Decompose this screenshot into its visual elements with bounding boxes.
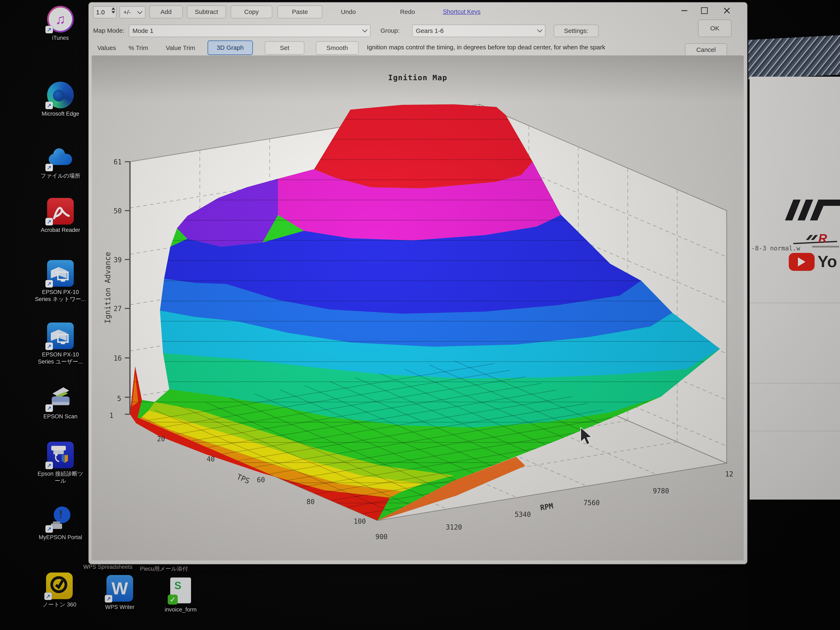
redo-button[interactable]: Redo [395,5,420,18]
svg-text:50: 50 [114,207,122,215]
svg-text:12: 12 [725,470,733,478]
svg-text:39: 39 [114,256,122,264]
cancel-button[interactable]: Cancel [685,43,727,56]
desktop-icon-epson-scan[interactable]: ↗ EPSON Scan [35,384,87,420]
desktop-icon-invoice-form[interactable]: S✓ invoice_form [155,578,207,613]
youtube-icon [789,253,815,271]
rpm-axis-title: RPM [540,502,554,512]
tab-value-trim[interactable]: Value Trim [159,41,201,55]
icon-label: WPS Writer [94,604,146,611]
step-value-spinner[interactable]: 1.0 [93,6,117,18]
icon-label: Microsoft Edge [35,111,87,117]
desktop-icon-epson-diagnostics[interactable]: ↗ Epson 接続診断ツ ール [35,442,87,485]
scanner-icon: ↗ [47,384,74,411]
shortcut-arrow-icon: ↗ [46,280,53,287]
svg-text:61: 61 [114,158,122,166]
tab-values[interactable]: Values [93,41,120,55]
chevron-down-icon [362,27,367,32]
desktop-icon-wps-writer[interactable]: W↗ WPS Writer [94,575,146,611]
maximize-icon[interactable] [699,6,709,16]
add-button[interactable]: Add [149,5,183,18]
map-mode-label: Map Mode: [93,27,125,34]
spreadsheet-file-icon: S✓ [167,578,194,604]
desktop-icon-norton[interactable]: ↗ ノートン 360 [33,573,85,608]
svg-text:40: 40 [207,455,215,463]
svg-text:20: 20 [157,435,165,443]
desktop-icon-acrobat[interactable]: ↗ Acrobat Reader [35,198,87,234]
undo-button[interactable]: Undo [336,5,361,18]
smooth-button[interactable]: Smooth [316,41,358,55]
edge-icon: ↗ [47,82,74,108]
svg-text:100: 100 [354,518,366,526]
brand-w-logo [781,197,840,229]
tab-percent-trim[interactable]: % Trim [124,41,153,55]
brand-small-logo [793,235,839,248]
svg-text:!: ! [57,508,64,521]
step-value: 1.0 [96,9,105,16]
shortcut-arrow-icon: ↗ [46,462,53,469]
spin-down-icon[interactable] [112,11,115,14]
desktop-icon-onedrive-files[interactable]: ↗ ファイルの場所 [35,144,87,180]
desktop-icon-myepson-portal[interactable]: ! ↗ MyEPSON Portal [35,505,87,541]
wps-writer-icon: W↗ [106,575,133,602]
group-value: Gears 1-6 [416,27,444,35]
shortcut-arrow-icon: ↗ [46,525,53,533]
chevron-down-icon [537,27,542,32]
svg-text:16: 16 [114,354,122,362]
svg-text:5: 5 [117,395,121,403]
icon-label: Epson 接続診断ツ ール [35,471,87,485]
right-side-area: R -8-3 normal.w Yo [748,0,840,630]
icon-label: iTunes [35,35,87,42]
map-mode-value: Mode 1 [133,27,153,35]
shortcut-keys-link[interactable]: Shortcut Keys [443,8,481,15]
peek-label-piecu: Piecu用メール添付 [140,565,188,573]
cloud-icon: ↗ [47,144,74,171]
group-dropdown[interactable]: Gears 1-6 [412,25,545,37]
spin-up-icon[interactable] [112,7,115,10]
svg-text:5340: 5340 [515,510,531,518]
desktop-icon-edge[interactable]: ↗ Microsoft Edge [35,82,87,117]
svg-text:3120: 3120 [446,523,462,532]
svg-text:80: 80 [306,498,314,506]
icon-label: ファイルの場所 [35,172,87,180]
desktop-icon-epson-network[interactable]: ↗ EPSON PX-10 Series ネットワー... [35,260,87,303]
portal-bubble-icon: ! ↗ [47,505,74,532]
paste-button[interactable]: Paste [278,5,322,18]
fine-print-line [812,246,839,248]
svg-text:1: 1 [109,412,113,420]
desktop-icon-epson-user[interactable]: ↗ EPSON PX-10 Series ユーザー... [35,322,87,365]
sign-mode-dropdown[interactable]: +/- [120,6,145,18]
epson-user-icon: ↗ [47,322,74,349]
panel-divider [750,431,840,431]
striped-reflective-object [748,35,840,79]
ok-button[interactable]: OK [698,20,731,37]
copy-button[interactable]: Copy [231,5,272,18]
set-button[interactable]: Set [265,41,305,55]
minimize-icon[interactable] [680,6,689,16]
map-mode-dropdown[interactable]: Mode 1 [129,25,370,37]
close-icon[interactable] [722,6,732,16]
desktop-icon-itunes[interactable]: ♫↗ iTunes [35,6,87,42]
norton-icon: ↗ [46,573,73,599]
svg-text:60: 60 [257,476,265,484]
tab-3d-graph[interactable]: 3D Graph [207,40,253,55]
svg-text:27: 27 [114,305,122,313]
z-axis-title: Ignition Advance [104,252,112,324]
shortcut-arrow-icon: ↗ [46,218,53,226]
shortcut-arrow-icon: ↗ [46,343,53,350]
epson-network-icon: ↗ [47,260,74,287]
panel-divider [750,303,840,303]
group-label: Group: [381,27,399,34]
icon-label: Acrobat Reader [35,227,87,234]
ignition-map-3d-plot: 61 50 39 27 16 5 1 20 40 60 80 100 900 3… [92,55,744,561]
map-description-text: Ignition maps control the timing, in deg… [367,44,688,51]
icon-label: MyEPSON Portal [35,534,87,541]
icon-label: EPSON Scan [35,413,87,420]
tps-axis-title: TPS [235,472,251,485]
desktop: ♫↗ iTunes ↗ Microsoft Edge ↗ ファイルの場所 ↗ A… [0,0,840,630]
acrobat-icon: ↗ [47,198,74,224]
subtract-button[interactable]: Subtract [187,5,226,18]
shortcut-arrow-icon: ↗ [44,592,52,600]
map-editor-window: 1.0 +/- Add Subtract Copy Paste Undo Red… [88,2,747,564]
settings-button[interactable]: Settings: [554,25,598,37]
